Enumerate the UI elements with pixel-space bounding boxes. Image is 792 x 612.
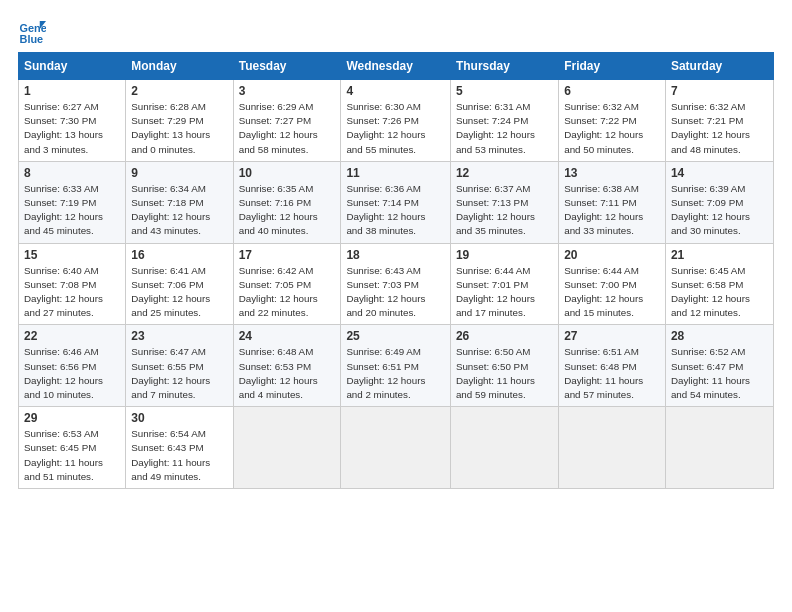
day-number: 15	[24, 248, 120, 262]
day-number: 9	[131, 166, 227, 180]
day-info: Sunrise: 6:30 AM Sunset: 7:26 PM Dayligh…	[346, 100, 445, 157]
day-info: Sunrise: 6:51 AM Sunset: 6:48 PM Dayligh…	[564, 345, 660, 402]
day-info: Sunrise: 6:44 AM Sunset: 7:00 PM Dayligh…	[564, 264, 660, 321]
day-info: Sunrise: 6:32 AM Sunset: 7:22 PM Dayligh…	[564, 100, 660, 157]
day-number: 29	[24, 411, 120, 425]
calendar-cell: 10Sunrise: 6:35 AM Sunset: 7:16 PM Dayli…	[233, 161, 341, 243]
day-number: 28	[671, 329, 768, 343]
day-info: Sunrise: 6:35 AM Sunset: 7:16 PM Dayligh…	[239, 182, 336, 239]
calendar-cell: 15Sunrise: 6:40 AM Sunset: 7:08 PM Dayli…	[19, 243, 126, 325]
day-number: 19	[456, 248, 553, 262]
day-info: Sunrise: 6:32 AM Sunset: 7:21 PM Dayligh…	[671, 100, 768, 157]
week-row-1: 1Sunrise: 6:27 AM Sunset: 7:30 PM Daylig…	[19, 80, 774, 162]
day-number: 3	[239, 84, 336, 98]
calendar-cell: 24Sunrise: 6:48 AM Sunset: 6:53 PM Dayli…	[233, 325, 341, 407]
day-info: Sunrise: 6:31 AM Sunset: 7:24 PM Dayligh…	[456, 100, 553, 157]
day-number: 5	[456, 84, 553, 98]
calendar-cell	[233, 407, 341, 489]
day-number: 4	[346, 84, 445, 98]
day-info: Sunrise: 6:27 AM Sunset: 7:30 PM Dayligh…	[24, 100, 120, 157]
calendar-cell: 26Sunrise: 6:50 AM Sunset: 6:50 PM Dayli…	[450, 325, 558, 407]
day-number: 26	[456, 329, 553, 343]
day-number: 18	[346, 248, 445, 262]
calendar-cell: 6Sunrise: 6:32 AM Sunset: 7:22 PM Daylig…	[559, 80, 666, 162]
header-wednesday: Wednesday	[341, 53, 451, 80]
header-friday: Friday	[559, 53, 666, 80]
day-number: 13	[564, 166, 660, 180]
day-info: Sunrise: 6:28 AM Sunset: 7:29 PM Dayligh…	[131, 100, 227, 157]
calendar-cell: 23Sunrise: 6:47 AM Sunset: 6:55 PM Dayli…	[126, 325, 233, 407]
calendar-cell: 22Sunrise: 6:46 AM Sunset: 6:56 PM Dayli…	[19, 325, 126, 407]
day-number: 2	[131, 84, 227, 98]
calendar-cell: 11Sunrise: 6:36 AM Sunset: 7:14 PM Dayli…	[341, 161, 451, 243]
day-info: Sunrise: 6:52 AM Sunset: 6:47 PM Dayligh…	[671, 345, 768, 402]
day-number: 27	[564, 329, 660, 343]
logo-icon: General Blue	[18, 18, 46, 46]
week-row-2: 8Sunrise: 6:33 AM Sunset: 7:19 PM Daylig…	[19, 161, 774, 243]
calendar-cell: 28Sunrise: 6:52 AM Sunset: 6:47 PM Dayli…	[665, 325, 773, 407]
day-number: 8	[24, 166, 120, 180]
day-info: Sunrise: 6:46 AM Sunset: 6:56 PM Dayligh…	[24, 345, 120, 402]
day-info: Sunrise: 6:33 AM Sunset: 7:19 PM Dayligh…	[24, 182, 120, 239]
calendar-cell: 2Sunrise: 6:28 AM Sunset: 7:29 PM Daylig…	[126, 80, 233, 162]
day-info: Sunrise: 6:42 AM Sunset: 7:05 PM Dayligh…	[239, 264, 336, 321]
day-number: 12	[456, 166, 553, 180]
day-info: Sunrise: 6:45 AM Sunset: 6:58 PM Dayligh…	[671, 264, 768, 321]
header-thursday: Thursday	[450, 53, 558, 80]
page: General Blue SundayMondayTuesdayWednesda…	[0, 0, 792, 612]
calendar-cell: 5Sunrise: 6:31 AM Sunset: 7:24 PM Daylig…	[450, 80, 558, 162]
week-row-3: 15Sunrise: 6:40 AM Sunset: 7:08 PM Dayli…	[19, 243, 774, 325]
calendar-cell: 19Sunrise: 6:44 AM Sunset: 7:01 PM Dayli…	[450, 243, 558, 325]
day-info: Sunrise: 6:43 AM Sunset: 7:03 PM Dayligh…	[346, 264, 445, 321]
calendar-cell: 13Sunrise: 6:38 AM Sunset: 7:11 PM Dayli…	[559, 161, 666, 243]
day-number: 10	[239, 166, 336, 180]
day-info: Sunrise: 6:40 AM Sunset: 7:08 PM Dayligh…	[24, 264, 120, 321]
calendar-header-row: SundayMondayTuesdayWednesdayThursdayFrid…	[19, 53, 774, 80]
calendar-cell	[559, 407, 666, 489]
day-info: Sunrise: 6:38 AM Sunset: 7:11 PM Dayligh…	[564, 182, 660, 239]
day-number: 21	[671, 248, 768, 262]
day-number: 23	[131, 329, 227, 343]
calendar-cell: 1Sunrise: 6:27 AM Sunset: 7:30 PM Daylig…	[19, 80, 126, 162]
calendar-cell: 20Sunrise: 6:44 AM Sunset: 7:00 PM Dayli…	[559, 243, 666, 325]
week-row-4: 22Sunrise: 6:46 AM Sunset: 6:56 PM Dayli…	[19, 325, 774, 407]
day-info: Sunrise: 6:37 AM Sunset: 7:13 PM Dayligh…	[456, 182, 553, 239]
day-info: Sunrise: 6:34 AM Sunset: 7:18 PM Dayligh…	[131, 182, 227, 239]
svg-text:Blue: Blue	[20, 33, 44, 45]
calendar-cell: 9Sunrise: 6:34 AM Sunset: 7:18 PM Daylig…	[126, 161, 233, 243]
calendar-cell: 30Sunrise: 6:54 AM Sunset: 6:43 PM Dayli…	[126, 407, 233, 489]
header-sunday: Sunday	[19, 53, 126, 80]
day-number: 25	[346, 329, 445, 343]
day-number: 1	[24, 84, 120, 98]
calendar-cell: 8Sunrise: 6:33 AM Sunset: 7:19 PM Daylig…	[19, 161, 126, 243]
calendar-cell: 18Sunrise: 6:43 AM Sunset: 7:03 PM Dayli…	[341, 243, 451, 325]
calendar-cell: 17Sunrise: 6:42 AM Sunset: 7:05 PM Dayli…	[233, 243, 341, 325]
day-number: 6	[564, 84, 660, 98]
calendar-cell: 14Sunrise: 6:39 AM Sunset: 7:09 PM Dayli…	[665, 161, 773, 243]
day-info: Sunrise: 6:29 AM Sunset: 7:27 PM Dayligh…	[239, 100, 336, 157]
header-saturday: Saturday	[665, 53, 773, 80]
header: General Blue	[18, 18, 774, 46]
day-number: 7	[671, 84, 768, 98]
day-info: Sunrise: 6:44 AM Sunset: 7:01 PM Dayligh…	[456, 264, 553, 321]
calendar-cell: 7Sunrise: 6:32 AM Sunset: 7:21 PM Daylig…	[665, 80, 773, 162]
day-info: Sunrise: 6:54 AM Sunset: 6:43 PM Dayligh…	[131, 427, 227, 484]
day-info: Sunrise: 6:49 AM Sunset: 6:51 PM Dayligh…	[346, 345, 445, 402]
calendar-cell: 25Sunrise: 6:49 AM Sunset: 6:51 PM Dayli…	[341, 325, 451, 407]
day-info: Sunrise: 6:50 AM Sunset: 6:50 PM Dayligh…	[456, 345, 553, 402]
day-number: 14	[671, 166, 768, 180]
calendar-cell: 4Sunrise: 6:30 AM Sunset: 7:26 PM Daylig…	[341, 80, 451, 162]
day-info: Sunrise: 6:53 AM Sunset: 6:45 PM Dayligh…	[24, 427, 120, 484]
day-number: 22	[24, 329, 120, 343]
week-row-5: 29Sunrise: 6:53 AM Sunset: 6:45 PM Dayli…	[19, 407, 774, 489]
day-info: Sunrise: 6:47 AM Sunset: 6:55 PM Dayligh…	[131, 345, 227, 402]
header-tuesday: Tuesday	[233, 53, 341, 80]
calendar-cell	[665, 407, 773, 489]
day-info: Sunrise: 6:39 AM Sunset: 7:09 PM Dayligh…	[671, 182, 768, 239]
calendar-cell: 16Sunrise: 6:41 AM Sunset: 7:06 PM Dayli…	[126, 243, 233, 325]
calendar-cell: 3Sunrise: 6:29 AM Sunset: 7:27 PM Daylig…	[233, 80, 341, 162]
day-info: Sunrise: 6:48 AM Sunset: 6:53 PM Dayligh…	[239, 345, 336, 402]
day-info: Sunrise: 6:36 AM Sunset: 7:14 PM Dayligh…	[346, 182, 445, 239]
calendar-cell: 29Sunrise: 6:53 AM Sunset: 6:45 PM Dayli…	[19, 407, 126, 489]
calendar-cell	[450, 407, 558, 489]
